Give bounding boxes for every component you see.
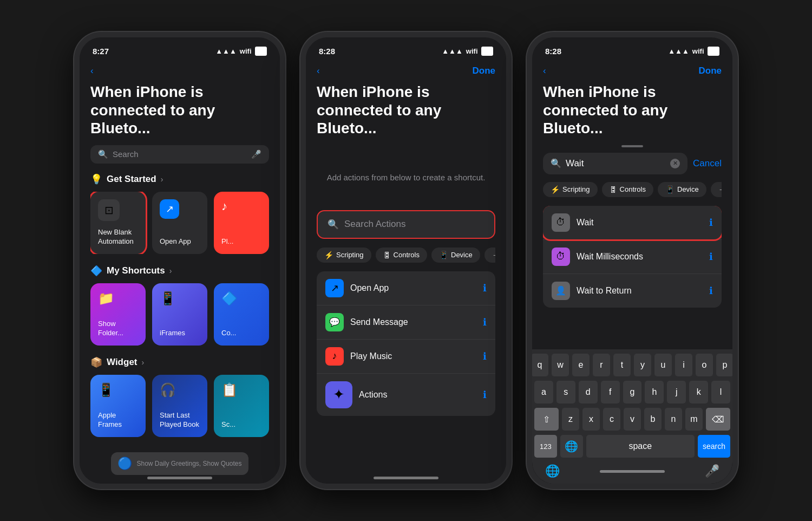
chip-scripting-2[interactable]: ⚡ Scripting	[317, 248, 371, 263]
wait-ms-name: Wait Milliseconds	[577, 252, 703, 262]
kb-bottom-bar: 🌐 🎤	[534, 461, 730, 481]
action-actions[interactable]: ✦ Actions ℹ	[317, 373, 495, 416]
key-emoji[interactable]: 🌐	[560, 435, 583, 458]
nav-row-1: ‹	[90, 61, 269, 83]
key-l[interactable]: l	[711, 381, 730, 403]
key-x[interactable]: x	[582, 408, 600, 431]
phone-2: 8:28 ▲▲▲ wifi 80 ‹ Done When iPhone is c…	[300, 32, 512, 489]
key-space[interactable]: space	[586, 435, 695, 458]
key-i[interactable]: i	[675, 354, 692, 376]
chip-device-3[interactable]: 📱 Device	[658, 182, 706, 197]
apple-frames-card[interactable]: 📱 Apple Frames	[90, 375, 146, 437]
sc-label: Sc...	[221, 420, 235, 429]
search-input-3[interactable]: 🔍 Wait ✕	[543, 153, 687, 174]
key-d[interactable]: d	[579, 381, 598, 403]
iframes-card[interactable]: 📱 iFrames	[152, 283, 207, 346]
chip-device-2[interactable]: 📱 Device	[431, 248, 480, 263]
key-p[interactable]: p	[716, 354, 732, 376]
done-button-2[interactable]: Done	[473, 66, 496, 76]
action-open-app[interactable]: ↗ Open App ℹ	[317, 271, 495, 305]
start-last-played-card[interactable]: 🎧 Start LastPlayed Book	[152, 375, 207, 437]
wait-ms-info-icon[interactable]: ℹ	[709, 251, 713, 263]
wait-ms-action[interactable]: ⏱ Wait Milliseconds ℹ	[543, 239, 722, 273]
iframes-icon: 📱	[160, 291, 176, 306]
wait-info-icon[interactable]: ℹ	[709, 217, 713, 229]
key-v[interactable]: v	[624, 408, 641, 431]
open-app-card[interactable]: ↗ Open App	[152, 192, 207, 254]
key-t[interactable]: t	[613, 354, 631, 376]
key-a[interactable]: a	[534, 381, 553, 403]
kb-row-3: ⇧ z x c v b n m ⌫	[534, 408, 730, 431]
key-e[interactable]: e	[572, 354, 590, 376]
key-y[interactable]: y	[634, 354, 651, 376]
key-123[interactable]: 123	[534, 435, 557, 458]
wait-return-action[interactable]: 👤 Wait to Return ℹ	[543, 273, 722, 308]
home-indicator-2	[374, 477, 438, 479]
bulb-icon: 💡	[90, 173, 102, 185]
co-card[interactable]: 🔷 Co...	[214, 283, 269, 346]
key-b[interactable]: b	[644, 408, 662, 431]
page-title-1: When iPhone is connected to any Blueto..…	[90, 83, 269, 138]
key-h[interactable]: h	[645, 381, 664, 403]
key-r[interactable]: r	[593, 354, 610, 376]
key-z[interactable]: z	[562, 408, 579, 431]
wait-action[interactable]: ⏱ Wait ℹ	[543, 206, 722, 239]
clear-button-3[interactable]: ✕	[670, 159, 680, 168]
signal-icon-3: ▲▲▲	[668, 47, 689, 55]
keyboard-3: q w e r t y u i o p a s d	[532, 349, 732, 484]
open-app-info-icon[interactable]: ℹ	[483, 282, 487, 294]
actions-info-icon[interactable]: ℹ	[483, 389, 487, 401]
search-bar-1[interactable]: 🔍 Search 🎤	[90, 145, 269, 164]
action-list-2: ↗ Open App ℹ 💬 Send Message ℹ ♪ Play Mus…	[317, 271, 495, 416]
back-button-2[interactable]: ‹	[317, 66, 320, 76]
key-shift[interactable]: ⇧	[534, 408, 559, 431]
chip-more-2[interactable]: →	[484, 248, 495, 263]
footer-icon: 🔵	[117, 457, 132, 471]
status-bar-2: 8:28 ▲▲▲ wifi 80	[306, 37, 506, 61]
key-o[interactable]: o	[696, 354, 713, 376]
get-started-cards: ⊡ New BlankAutomation ↗ Open App ♪ Pl...	[90, 192, 269, 254]
key-search[interactable]: search	[698, 435, 730, 458]
key-j[interactable]: j	[667, 381, 686, 403]
cancel-button-3[interactable]: Cancel	[693, 158, 722, 169]
action-play-music[interactable]: ♪ Play Music ℹ	[317, 339, 495, 373]
open-app-icon: ↗	[160, 199, 179, 219]
key-n[interactable]: n	[665, 408, 682, 431]
chip-controls-3[interactable]: 🎛 Controls	[602, 182, 653, 197]
mic-icon-3: 🎤	[705, 464, 719, 478]
done-button-3[interactable]: Done	[699, 66, 722, 76]
key-u[interactable]: u	[654, 354, 672, 376]
show-folder-card[interactable]: 📁 Show Folder...	[90, 283, 146, 346]
key-s[interactable]: s	[556, 381, 575, 403]
play-music-info-icon[interactable]: ℹ	[483, 350, 487, 362]
send-message-info-icon[interactable]: ℹ	[483, 316, 487, 328]
empty-text: Add actions from below to create a short…	[327, 173, 486, 182]
sc-card[interactable]: 📋 Sc...	[214, 375, 269, 437]
play-music-name: Play Music	[350, 351, 476, 361]
chip-more-3[interactable]: →	[711, 182, 722, 197]
key-q[interactable]: q	[532, 354, 548, 376]
action-send-message[interactable]: 💬 Send Message ℹ	[317, 305, 495, 339]
search-actions-bar[interactable]: 🔍 Search Actions	[317, 210, 495, 239]
key-w[interactable]: w	[552, 354, 569, 376]
chip-controls-label-3: Controls	[620, 185, 646, 193]
mic-icon-1: 🎤	[251, 149, 261, 159]
chip-scripting-3[interactable]: ⚡ Scripting	[543, 182, 598, 197]
kb-row-1: q w e r t y u i o p	[534, 354, 730, 376]
key-f[interactable]: f	[601, 381, 620, 403]
chip-controls-2[interactable]: 🎛 Controls	[376, 248, 427, 263]
key-k[interactable]: k	[689, 381, 708, 403]
key-c[interactable]: c	[603, 408, 620, 431]
play-card[interactable]: ♪ Pl...	[214, 192, 269, 254]
chevron-left-icon-3: ‹	[543, 66, 546, 76]
sc-icon: 📋	[221, 382, 238, 398]
back-button-1[interactable]: ‹	[90, 66, 94, 76]
wait-return-info-icon[interactable]: ℹ	[709, 285, 713, 297]
key-delete[interactable]: ⌫	[706, 408, 730, 431]
search-row-3: 🔍 Wait ✕ Cancel	[543, 153, 722, 174]
back-button-3[interactable]: ‹	[543, 66, 546, 76]
new-blank-automation-card[interactable]: ⊡ New BlankAutomation	[90, 192, 146, 254]
nav-row-3: ‹ Done	[543, 61, 722, 83]
key-m[interactable]: m	[685, 408, 703, 431]
key-g[interactable]: g	[623, 381, 642, 403]
